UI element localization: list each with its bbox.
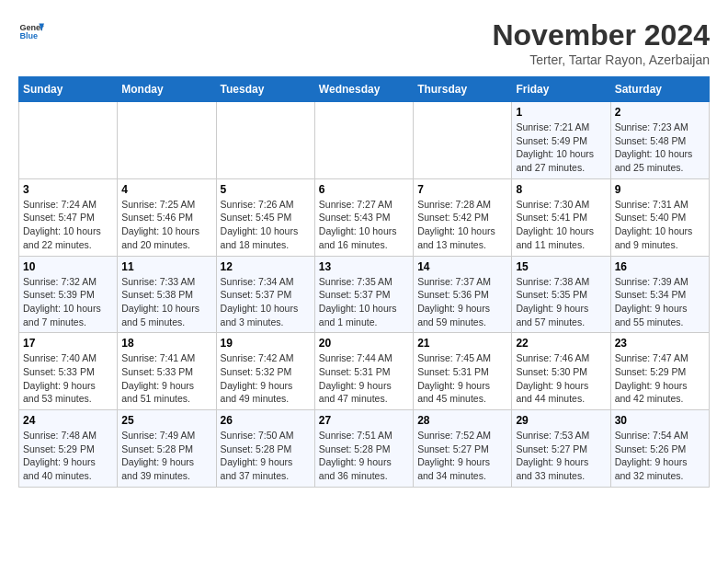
calendar-cell: 24Sunrise: 7:48 AM Sunset: 5:29 PM Dayli… xyxy=(19,410,118,488)
calendar-table: SundayMondayTuesdayWednesdayThursdayFrid… xyxy=(18,76,710,488)
day-info: Sunrise: 7:44 AM Sunset: 5:31 PM Dayligh… xyxy=(319,351,409,406)
day-info: Sunrise: 7:54 AM Sunset: 5:26 PM Dayligh… xyxy=(615,429,705,483)
day-info: Sunrise: 7:35 AM Sunset: 5:37 PM Dayligh… xyxy=(319,275,409,329)
day-number: 27 xyxy=(319,414,409,427)
day-info: Sunrise: 7:24 AM Sunset: 5:47 PM Dayligh… xyxy=(23,198,113,252)
day-info: Sunrise: 7:48 AM Sunset: 5:29 PM Dayligh… xyxy=(23,429,113,483)
day-info: Sunrise: 7:40 AM Sunset: 5:33 PM Dayligh… xyxy=(23,351,113,406)
calendar-cell: 1Sunrise: 7:21 AM Sunset: 5:49 PM Daylig… xyxy=(512,102,610,179)
calendar-cell: 2Sunrise: 7:23 AM Sunset: 5:48 PM Daylig… xyxy=(610,102,709,179)
calendar-week-row: 10Sunrise: 7:32 AM Sunset: 5:39 PM Dayli… xyxy=(19,256,710,333)
weekday-header: Sunday xyxy=(19,77,118,102)
calendar-cell: 18Sunrise: 7:41 AM Sunset: 5:33 PM Dayli… xyxy=(118,333,216,410)
day-info: Sunrise: 7:51 AM Sunset: 5:28 PM Dayligh… xyxy=(319,429,409,483)
day-number: 30 xyxy=(615,414,705,427)
day-number: 28 xyxy=(417,414,507,427)
day-number: 5 xyxy=(221,183,311,196)
day-number: 29 xyxy=(516,414,606,427)
calendar-cell: 17Sunrise: 7:40 AM Sunset: 5:33 PM Dayli… xyxy=(19,333,118,410)
calendar-cell: 7Sunrise: 7:28 AM Sunset: 5:42 PM Daylig… xyxy=(414,178,512,256)
logo-icon: General Blue xyxy=(18,18,44,44)
weekday-header: Thursday xyxy=(414,77,512,102)
day-info: Sunrise: 7:41 AM Sunset: 5:33 PM Dayligh… xyxy=(121,351,211,406)
calendar-cell: 30Sunrise: 7:54 AM Sunset: 5:26 PM Dayli… xyxy=(610,410,709,488)
calendar-cell: 3Sunrise: 7:24 AM Sunset: 5:47 PM Daylig… xyxy=(19,178,118,256)
day-info: Sunrise: 7:26 AM Sunset: 5:45 PM Dayligh… xyxy=(221,198,311,252)
day-number: 20 xyxy=(319,337,409,350)
calendar-cell: 16Sunrise: 7:39 AM Sunset: 5:34 PM Dayli… xyxy=(610,256,709,333)
month-title: November 2024 xyxy=(492,18,710,52)
day-info: Sunrise: 7:53 AM Sunset: 5:27 PM Dayligh… xyxy=(516,429,606,483)
title-section: November 2024 Terter, Tartar Rayon, Azer… xyxy=(492,18,710,67)
calendar-cell: 11Sunrise: 7:33 AM Sunset: 5:38 PM Dayli… xyxy=(118,256,216,333)
calendar-cell xyxy=(118,102,216,179)
day-info: Sunrise: 7:27 AM Sunset: 5:43 PM Dayligh… xyxy=(319,198,409,252)
day-info: Sunrise: 7:30 AM Sunset: 5:41 PM Dayligh… xyxy=(516,198,606,252)
day-number: 21 xyxy=(417,337,507,350)
day-info: Sunrise: 7:23 AM Sunset: 5:48 PM Dayligh… xyxy=(615,121,705,175)
day-number: 12 xyxy=(221,260,311,273)
day-info: Sunrise: 7:38 AM Sunset: 5:35 PM Dayligh… xyxy=(516,275,606,329)
day-number: 24 xyxy=(23,414,113,427)
location-title: Terter, Tartar Rayon, Azerbaijan xyxy=(492,52,710,67)
weekday-header: Friday xyxy=(512,77,610,102)
calendar-cell: 29Sunrise: 7:53 AM Sunset: 5:27 PM Dayli… xyxy=(512,410,610,488)
calendar-week-row: 17Sunrise: 7:40 AM Sunset: 5:33 PM Dayli… xyxy=(19,333,710,410)
day-info: Sunrise: 7:47 AM Sunset: 5:29 PM Dayligh… xyxy=(615,351,705,406)
calendar-cell: 15Sunrise: 7:38 AM Sunset: 5:35 PM Dayli… xyxy=(512,256,610,333)
calendar-cell: 4Sunrise: 7:25 AM Sunset: 5:46 PM Daylig… xyxy=(118,178,216,256)
calendar-cell xyxy=(216,102,314,179)
day-number: 26 xyxy=(221,414,311,427)
calendar-cell: 25Sunrise: 7:49 AM Sunset: 5:28 PM Dayli… xyxy=(118,410,216,488)
calendar-cell: 13Sunrise: 7:35 AM Sunset: 5:37 PM Dayli… xyxy=(314,256,413,333)
day-info: Sunrise: 7:21 AM Sunset: 5:49 PM Dayligh… xyxy=(516,121,606,175)
calendar-week-row: 24Sunrise: 7:48 AM Sunset: 5:29 PM Dayli… xyxy=(19,410,710,488)
day-number: 3 xyxy=(23,183,113,196)
calendar-cell: 21Sunrise: 7:45 AM Sunset: 5:31 PM Dayli… xyxy=(414,333,512,410)
calendar-cell: 14Sunrise: 7:37 AM Sunset: 5:36 PM Dayli… xyxy=(414,256,512,333)
calendar-cell: 26Sunrise: 7:50 AM Sunset: 5:28 PM Dayli… xyxy=(216,410,314,488)
calendar-week-row: 3Sunrise: 7:24 AM Sunset: 5:47 PM Daylig… xyxy=(19,178,710,256)
day-number: 13 xyxy=(319,260,409,273)
day-number: 25 xyxy=(121,414,211,427)
day-info: Sunrise: 7:37 AM Sunset: 5:36 PM Dayligh… xyxy=(417,275,507,329)
calendar-cell xyxy=(414,102,512,179)
day-number: 22 xyxy=(516,337,606,350)
day-info: Sunrise: 7:25 AM Sunset: 5:46 PM Dayligh… xyxy=(121,198,211,252)
day-number: 14 xyxy=(417,260,507,273)
calendar-cell: 5Sunrise: 7:26 AM Sunset: 5:45 PM Daylig… xyxy=(216,178,314,256)
day-info: Sunrise: 7:45 AM Sunset: 5:31 PM Dayligh… xyxy=(417,351,507,406)
day-number: 9 xyxy=(615,183,705,196)
day-number: 6 xyxy=(319,183,409,196)
weekday-header-row: SundayMondayTuesdayWednesdayThursdayFrid… xyxy=(19,77,710,102)
day-number: 17 xyxy=(23,337,113,350)
day-info: Sunrise: 7:31 AM Sunset: 5:40 PM Dayligh… xyxy=(615,198,705,252)
calendar-cell: 6Sunrise: 7:27 AM Sunset: 5:43 PM Daylig… xyxy=(314,178,413,256)
day-info: Sunrise: 7:28 AM Sunset: 5:42 PM Dayligh… xyxy=(417,198,507,252)
weekday-header: Tuesday xyxy=(216,77,314,102)
calendar-cell: 12Sunrise: 7:34 AM Sunset: 5:37 PM Dayli… xyxy=(216,256,314,333)
day-info: Sunrise: 7:32 AM Sunset: 5:39 PM Dayligh… xyxy=(23,275,113,329)
day-number: 19 xyxy=(221,337,311,350)
calendar-cell: 9Sunrise: 7:31 AM Sunset: 5:40 PM Daylig… xyxy=(610,178,709,256)
calendar-cell: 23Sunrise: 7:47 AM Sunset: 5:29 PM Dayli… xyxy=(610,333,709,410)
calendar-cell: 8Sunrise: 7:30 AM Sunset: 5:41 PM Daylig… xyxy=(512,178,610,256)
day-number: 7 xyxy=(417,183,507,196)
logo: General Blue xyxy=(18,18,44,44)
day-info: Sunrise: 7:49 AM Sunset: 5:28 PM Dayligh… xyxy=(121,429,211,483)
calendar-week-row: 1Sunrise: 7:21 AM Sunset: 5:49 PM Daylig… xyxy=(19,102,710,179)
calendar-cell: 19Sunrise: 7:42 AM Sunset: 5:32 PM Dayli… xyxy=(216,333,314,410)
calendar-cell: 28Sunrise: 7:52 AM Sunset: 5:27 PM Dayli… xyxy=(414,410,512,488)
day-number: 1 xyxy=(516,106,606,119)
day-number: 18 xyxy=(121,337,211,350)
weekday-header: Monday xyxy=(118,77,216,102)
calendar-cell: 22Sunrise: 7:46 AM Sunset: 5:30 PM Dayli… xyxy=(512,333,610,410)
weekday-header: Saturday xyxy=(610,77,709,102)
calendar-cell: 20Sunrise: 7:44 AM Sunset: 5:31 PM Dayli… xyxy=(314,333,413,410)
day-number: 2 xyxy=(615,106,705,119)
day-info: Sunrise: 7:50 AM Sunset: 5:28 PM Dayligh… xyxy=(221,429,311,483)
day-info: Sunrise: 7:34 AM Sunset: 5:37 PM Dayligh… xyxy=(221,275,311,329)
page-header: General Blue November 2024 Terter, Tarta… xyxy=(18,18,710,67)
weekday-header: Wednesday xyxy=(314,77,413,102)
day-info: Sunrise: 7:39 AM Sunset: 5:34 PM Dayligh… xyxy=(615,275,705,329)
